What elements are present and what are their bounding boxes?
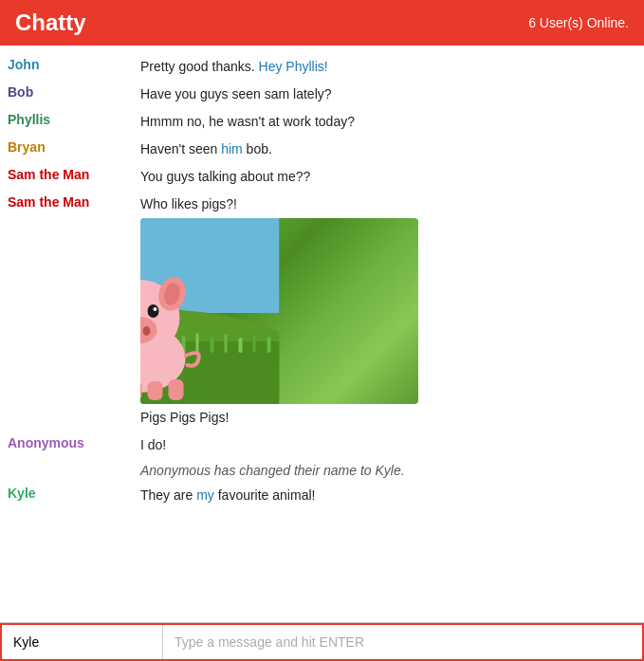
svg-rect-11	[196, 333, 199, 353]
sender-name: Anonymous	[8, 435, 140, 450]
username-input[interactable]	[2, 625, 163, 659]
footer	[0, 623, 644, 661]
svg-point-24	[148, 304, 159, 318]
message-text: I do!	[140, 435, 636, 455]
svg-point-26	[154, 307, 157, 311]
svg-rect-32	[148, 381, 163, 400]
message-text: Haven't seen him bob.	[140, 139, 636, 159]
message-text: Have you guys seen sam lately?	[140, 84, 636, 104]
svg-rect-33	[169, 379, 184, 400]
sender-name: Sam the Man	[8, 194, 140, 210]
message-row: Anonymous I do!	[0, 431, 644, 459]
sender-name: John	[8, 57, 140, 72]
sender-name: Sam the Man	[8, 167, 140, 182]
message-row: Bob Have you guys seen sam lately?	[0, 81, 644, 108]
message-row: Phyllis Hmmm no, he wasn't at work today…	[0, 108, 644, 136]
svg-rect-15	[253, 335, 256, 353]
chat-area: John Pretty good thanks. Hey Phyllis! Bo…	[0, 46, 644, 623]
system-message-text: Anonymous has changed their name to Kyle…	[140, 463, 405, 478]
message-row: Kyle They are my favourite animal!	[0, 482, 644, 509]
svg-rect-12	[211, 337, 214, 353]
svg-point-29	[143, 326, 151, 336]
message-row: Bryan Haven't seen him bob.	[0, 136, 644, 163]
app-title: Chatty	[15, 9, 86, 36]
message-text: Pretty good thanks. Hey Phyllis!	[140, 57, 636, 77]
sender-name: Bob	[8, 84, 140, 100]
header: Chatty 6 User(s) Online.	[0, 0, 644, 46]
message-text: Hmmm no, he wasn't at work today?	[140, 112, 636, 132]
sender-name: Phyllis	[8, 112, 140, 127]
pig-image	[140, 218, 418, 404]
system-message: Anonymous has changed their name to Kyle…	[0, 459, 644, 482]
svg-rect-13	[225, 334, 228, 353]
message-row: Sam the Man You guys talking about me??	[0, 163, 644, 191]
message-row: John Pretty good thanks. Hey Phyllis!	[0, 53, 644, 81]
sender-name: Bryan	[8, 139, 140, 155]
message-text: You guys talking about me??	[140, 167, 636, 187]
message-text: They are my favourite animal!	[140, 486, 636, 505]
message-row-with-image: Sam the Man Who likes pigs?!	[0, 191, 644, 431]
sender-name: Kyle	[8, 486, 140, 501]
message-input[interactable]	[163, 625, 642, 659]
online-count: 6 User(s) Online.	[528, 15, 629, 30]
svg-rect-16	[267, 337, 271, 353]
message-text: Who likes pigs?!	[140, 194, 636, 428]
svg-rect-14	[239, 338, 243, 353]
